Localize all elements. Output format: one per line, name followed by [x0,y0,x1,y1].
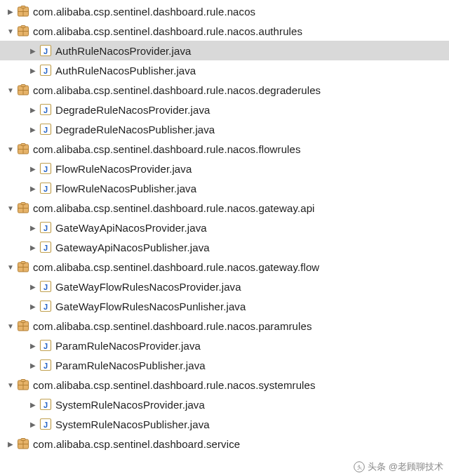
package-icon [17,201,29,214]
package-icon [17,437,29,450]
file-node[interactable]: ▶DegradeRuleNacosPublisher.java [0,119,449,139]
package-node[interactable]: ▼com.alibaba.csp.sentinel.dashboard.rule… [0,198,449,218]
package-icon [17,378,29,391]
file-node[interactable]: ▶SystemRuleNacosPublisher.java [0,414,449,434]
java-file-icon [39,123,52,135]
chevron-right-icon[interactable]: ▶ [28,106,38,114]
java-file-icon [39,280,52,293]
java-file-icon [39,418,52,430]
file-node[interactable]: ▶AuthRuleNacosProvider.java [0,41,449,60]
package-node[interactable]: ▼com.alibaba.csp.sentinel.dashboard.rule… [0,21,449,41]
package-icon [17,143,29,155]
java-file-icon [39,182,52,194]
package-icon [17,25,29,37]
file-label: GateWayFlowRulesNacosProvider.java [55,281,241,293]
file-node[interactable]: ▶GatewayApiNacosPublisher.java [0,237,449,257]
java-file-icon [39,64,52,77]
package-label: com.alibaba.csp.sentinel.dashboard.rule.… [33,143,301,155]
file-label: AuthRuleNacosPublisher.java [55,65,196,77]
file-label: DegradeRuleNacosProvider.java [55,104,210,116]
file-node[interactable]: ▶DegradeRuleNacosProvider.java [0,100,449,119]
chevron-right-icon[interactable]: ▶ [28,165,38,173]
file-label: ParamRuleNacosProvider.java [55,340,201,352]
java-file-icon [39,241,52,253]
chevron-down-icon[interactable]: ▼ [6,145,15,153]
package-node[interactable]: ▶com.alibaba.csp.sentinel.dashboard.serv… [0,434,449,454]
file-node[interactable]: ▶GateWayApiNacosProvider.java [0,218,449,237]
package-node[interactable]: ▼com.alibaba.csp.sentinel.dashboard.rule… [0,139,449,159]
package-node[interactable]: ▼com.alibaba.csp.sentinel.dashboard.rule… [0,80,449,100]
package-label: com.alibaba.csp.sentinel.dashboard.rule.… [33,202,315,214]
chevron-right-icon[interactable]: ▶ [28,303,38,310]
chevron-down-icon[interactable]: ▼ [6,381,15,389]
chevron-right-icon[interactable]: ▶ [28,185,38,192]
file-node[interactable]: ▶ParamRuleNacosProvider.java [0,336,449,355]
java-file-icon [39,103,52,116]
package-icon [17,84,29,96]
chevron-right-icon[interactable]: ▶ [28,67,38,74]
package-label: com.alibaba.csp.sentinel.dashboard.rule.… [33,84,321,96]
chevron-down-icon[interactable]: ▼ [6,263,15,271]
file-label: SystemRuleNacosPublisher.java [55,418,210,430]
package-label: com.alibaba.csp.sentinel.dashboard.rule.… [33,320,312,332]
java-file-icon [39,221,52,234]
package-node[interactable]: ▼com.alibaba.csp.sentinel.dashboard.rule… [0,257,449,277]
java-file-icon [39,339,52,352]
package-icon [17,319,29,332]
file-label: DegradeRuleNacosPublisher.java [55,124,215,135]
package-node[interactable]: ▶com.alibaba.csp.sentinel.dashboard.rule… [0,1,449,21]
file-label: GateWayFlowRulesNacosPunlisher.java [55,300,246,312]
chevron-down-icon[interactable]: ▼ [6,27,15,35]
package-label: com.alibaba.csp.sentinel.dashboard.rule.… [33,261,319,273]
chevron-right-icon[interactable]: ▶ [28,244,38,251]
package-label: com.alibaba.csp.sentinel.dashboard.rule.… [33,6,255,18]
chevron-right-icon[interactable]: ▶ [6,440,15,448]
package-icon [17,5,29,18]
package-label: com.alibaba.csp.sentinel.dashboard.rule.… [33,379,316,391]
chevron-right-icon[interactable]: ▶ [28,126,38,133]
chevron-right-icon[interactable]: ▶ [28,47,38,55]
chevron-down-icon[interactable]: ▼ [6,86,15,94]
file-label: SystemRuleNacosProvider.java [55,399,205,411]
file-label: FlowRuleNacosProvider.java [55,163,192,175]
file-node[interactable]: ▶GateWayFlowRulesNacosProvider.java [0,277,449,296]
file-node[interactable]: ▶SystemRuleNacosProvider.java [0,395,449,414]
chevron-right-icon[interactable]: ▶ [6,8,15,15]
file-node[interactable]: ▶FlowRuleNacosProvider.java [0,159,449,178]
java-file-icon [39,398,52,411]
project-tree[interactable]: ▶com.alibaba.csp.sentinel.dashboard.rule… [0,1,449,454]
file-node[interactable]: ▶FlowRuleNacosPublisher.java [0,178,449,198]
file-label: AuthRuleNacosProvider.java [55,45,192,57]
chevron-right-icon[interactable]: ▶ [28,283,38,291]
package-label: com.alibaba.csp.sentinel.dashboard.servi… [33,438,240,450]
file-node[interactable]: ▶ParamRuleNacosPublisher.java [0,355,449,375]
java-file-icon [39,359,52,371]
chevron-right-icon[interactable]: ▶ [28,401,38,409]
package-icon [17,260,29,273]
java-file-icon [39,300,52,312]
package-node[interactable]: ▼com.alibaba.csp.sentinel.dashboard.rule… [0,316,449,336]
chevron-right-icon[interactable]: ▶ [28,224,38,232]
package-label: com.alibaba.csp.sentinel.dashboard.rule.… [33,25,302,37]
chevron-down-icon[interactable]: ▼ [6,322,15,330]
file-label: FlowRuleNacosPublisher.java [55,183,196,194]
file-label: GatewayApiNacosPublisher.java [55,242,210,253]
java-file-icon [39,44,52,57]
chevron-right-icon[interactable]: ▶ [28,421,38,428]
file-label: GateWayApiNacosProvider.java [55,222,207,234]
file-label: ParamRuleNacosPublisher.java [55,359,206,371]
file-node[interactable]: ▶GateWayFlowRulesNacosPunlisher.java [0,296,449,316]
chevron-right-icon[interactable]: ▶ [28,362,38,369]
file-node[interactable]: ▶AuthRuleNacosPublisher.java [0,60,449,80]
package-node[interactable]: ▼com.alibaba.csp.sentinel.dashboard.rule… [0,375,449,395]
java-file-icon [39,162,52,175]
chevron-right-icon[interactable]: ▶ [28,342,38,350]
chevron-down-icon[interactable]: ▼ [6,204,15,212]
